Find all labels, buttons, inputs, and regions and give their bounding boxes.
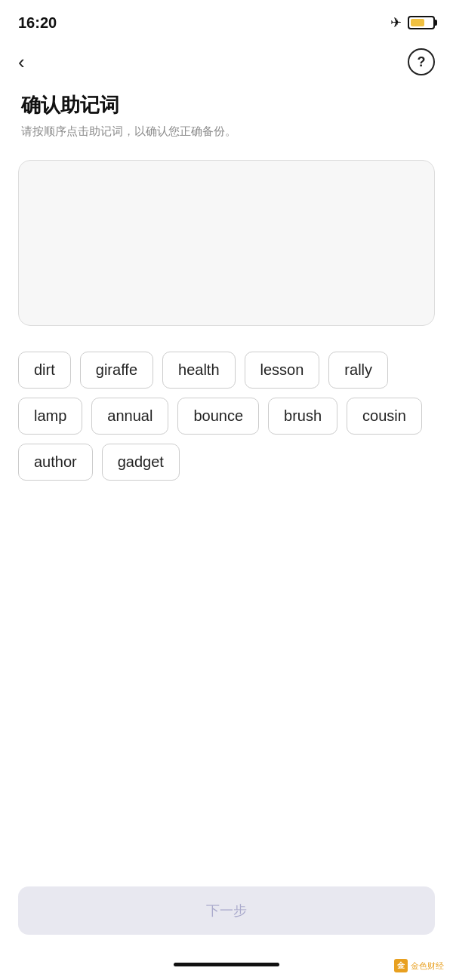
status-time: 16:20 — [18, 14, 57, 32]
watermark: 金 金色财经 — [394, 959, 444, 972]
next-button[interactable]: 下一步 — [18, 886, 435, 935]
back-button[interactable]: ‹ — [18, 52, 25, 72]
page-header: 确认助记词 请按顺序点击助记词，以确认您正确备份。 — [0, 83, 453, 146]
status-bar: 16:20 ✈ — [0, 0, 453, 41]
airplane-icon: ✈ — [390, 14, 402, 31]
words-container: dirtgiraffehealthlessonrallylampannualbo… — [0, 339, 453, 493]
page-title: 确认助记词 — [21, 92, 432, 118]
word-chip-giraffe[interactable]: giraffe — [80, 352, 153, 389]
word-chip-annual[interactable]: annual — [91, 398, 168, 435]
watermark-icon: 金 — [394, 959, 408, 972]
selection-area — [18, 160, 435, 326]
word-chip-health[interactable]: health — [162, 352, 236, 389]
status-icons: ✈ — [390, 14, 435, 31]
word-chip-dirt[interactable]: dirt — [18, 352, 71, 389]
word-chip-bounce[interactable]: bounce — [177, 398, 259, 435]
help-button[interactable]: ? — [408, 48, 435, 75]
battery-icon — [408, 16, 435, 29]
word-chip-gadget[interactable]: gadget — [102, 444, 180, 481]
bottom-bar — [174, 963, 279, 966]
next-button-wrapper: 下一步 — [18, 886, 435, 935]
word-chip-lesson[interactable]: lesson — [245, 352, 320, 389]
word-chip-cousin[interactable]: cousin — [347, 398, 422, 435]
word-chip-author[interactable]: author — [18, 444, 93, 481]
word-chip-brush[interactable]: brush — [268, 398, 337, 435]
watermark-text: 金色财经 — [411, 960, 444, 972]
page-subtitle: 请按顺序点击助记词，以确认您正确备份。 — [21, 123, 432, 140]
nav-bar: ‹ ? — [0, 41, 453, 83]
word-chip-lamp[interactable]: lamp — [18, 398, 82, 435]
battery-fill — [411, 19, 424, 26]
word-chip-rally[interactable]: rally — [328, 352, 388, 389]
